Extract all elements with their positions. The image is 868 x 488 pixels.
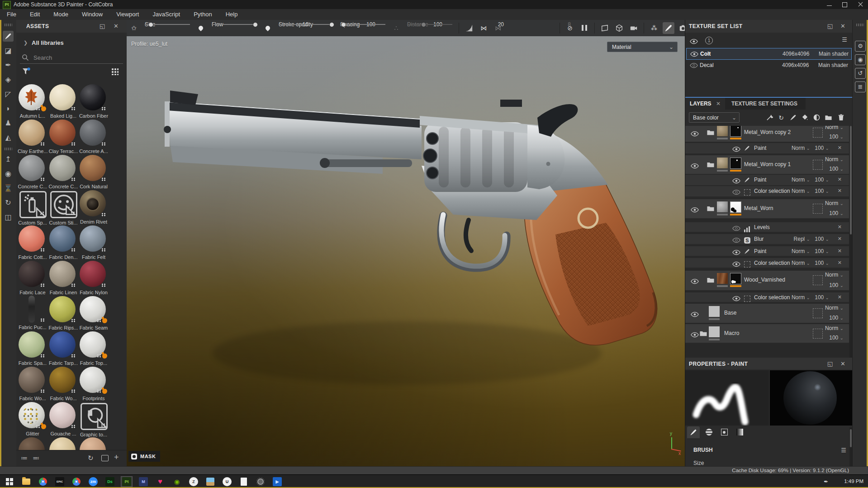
asset-partial[interactable] <box>79 436 109 450</box>
taskbar-icon-zoom[interactable]: zm <box>87 476 99 487</box>
layer-wood-varnished[interactable]: Wood_VarnishedNorm ⌄100 ⌄ <box>685 271 849 291</box>
pen-tray-icon[interactable]: ✒ <box>824 478 828 485</box>
drag-handle[interactable] <box>856 24 864 26</box>
material-picker-tool-button[interactable]: ◭ <box>3 132 14 143</box>
lazy-mouse-icon[interactable]: ∴ <box>390 22 402 34</box>
asset-cork-natural[interactable]: Cork Natural <box>79 154 109 189</box>
symmetry-settings-icon[interactable]: ⋈ <box>492 22 504 34</box>
close-button[interactable] <box>853 0 868 9</box>
layer-thumbnail[interactable] <box>717 158 728 168</box>
eye-icon[interactable] <box>691 129 699 138</box>
menu-window[interactable]: Window <box>75 9 109 20</box>
remove-effect-icon[interactable]: ✕ <box>838 294 842 300</box>
eye-icon[interactable] <box>732 248 740 256</box>
menu-viewport[interactable]: Viewport <box>109 9 146 20</box>
asset-fabric-tarp[interactable]: Fabric Tarp... <box>48 330 78 366</box>
taskbar-icon-epic-games[interactable]: EPIC <box>54 476 66 487</box>
view-mode-button[interactable]: ◫ <box>3 212 14 223</box>
geometry-mask-icon[interactable] <box>813 160 823 170</box>
history-icon[interactable]: ↺ <box>855 68 866 79</box>
tab-layers[interactable]: LAYERS ✕ <box>685 98 725 110</box>
remove-effect-icon[interactable]: ✕ <box>838 145 842 151</box>
layer-effect-paint[interactable]: PaintNorm ⌄100 ⌄✕ <box>685 246 849 256</box>
clone-tool-button[interactable]: ♟ <box>3 118 14 129</box>
asset-concrete-a[interactable]: Concrete A... <box>79 119 109 154</box>
pause-engine-icon[interactable] <box>579 22 590 34</box>
remove-effect-icon[interactable]: ✕ <box>838 188 842 194</box>
tab-texture-set-settings[interactable]: TEXTURE SET SETTINGS <box>725 98 806 110</box>
taskbar-icon-start[interactable] <box>4 476 15 487</box>
remove-effect-icon[interactable]: ✕ <box>838 260 842 266</box>
texture-set-row-colt[interactable]: Colt 4096x4096 Main shader <box>686 48 852 60</box>
mask-thumbnail[interactable] <box>730 273 741 284</box>
smart-material-icon[interactable] <box>764 113 775 123</box>
layer-effect-blur[interactable]: SBlurRepl ⌄100 ⌄✕ <box>685 234 849 244</box>
paint-tool-button[interactable] <box>3 31 14 42</box>
asset-partial[interactable] <box>48 436 78 450</box>
tab-brush[interactable] <box>687 426 700 438</box>
eye-icon[interactable] <box>732 260 740 268</box>
layer-effect-paint[interactable]: PaintNorm ⌄100 ⌄✕ <box>685 175 849 186</box>
add-smart-layer-icon[interactable]: ↻ <box>776 113 787 123</box>
asset-fabric-top[interactable]: Fabric Top... <box>79 330 109 366</box>
layer-thumbnail[interactable] <box>709 306 720 317</box>
asset-fabric-wo[interactable]: Fabric Wo... <box>48 366 78 401</box>
geometry-mask-icon[interactable] <box>813 329 823 339</box>
asset-fabric-cott[interactable]: Fabric Cott... <box>18 225 47 260</box>
section-options-icon[interactable]: ☰ <box>841 447 846 454</box>
taskbar-icon-movies[interactable]: ▶ <box>271 476 283 487</box>
float-panel-icon[interactable]: ◱ <box>827 23 833 29</box>
eye-icon[interactable] <box>690 51 698 57</box>
grid-view-icon[interactable] <box>111 68 119 75</box>
asset-partial[interactable] <box>18 436 47 450</box>
layer-effect-color-selection[interactable]: Color selectionNorm ⌄100 ⌄✕ <box>685 186 849 197</box>
list-view-icon[interactable]: ≔ <box>21 454 28 462</box>
taskbar-icon-zbrush[interactable]: Z <box>188 476 199 487</box>
export-button[interactable]: ↥ <box>3 154 14 165</box>
eraser-tool-button[interactable]: ◪ <box>3 45 14 56</box>
menu-file[interactable]: File <box>0 9 23 20</box>
remove-effect-icon[interactable]: ✕ <box>838 248 842 254</box>
polygon-fill-tool-button[interactable]: ◈ <box>3 74 14 85</box>
shader-settings-icon[interactable]: ◉ <box>855 54 866 65</box>
taskbar-icon-modeler[interactable]: M <box>138 476 149 487</box>
asset-fabric-seam[interactable]: Fabric Seam <box>79 295 109 330</box>
maximize-button[interactable] <box>837 0 853 9</box>
delete-layer-icon[interactable] <box>835 113 846 123</box>
taskbar-icon-obs[interactable] <box>255 476 266 487</box>
asset-glitter[interactable]: Glitter <box>18 401 47 436</box>
drag-handle[interactable] <box>4 148 12 150</box>
asset-fabric-nylon[interactable]: Fabric Nylon <box>79 260 109 295</box>
import-resources-icon[interactable] <box>101 455 109 461</box>
layer-thumbnail[interactable] <box>717 201 728 212</box>
asset-clay-terrac[interactable]: Clay Terrac... <box>48 119 78 154</box>
eye-icon[interactable] <box>732 236 740 244</box>
slider-spacing[interactable]: Spacing20 <box>340 21 385 35</box>
add-paint-layer-icon[interactable] <box>787 113 798 123</box>
solo-view-icon[interactable]: 1 <box>705 37 713 44</box>
mask-thumbnail[interactable] <box>730 126 741 137</box>
projection-tool-button[interactable]: ✒ <box>3 60 14 71</box>
add-group-icon[interactable] <box>823 113 834 123</box>
asset-gouache[interactable]: Gouache ... <box>48 401 78 436</box>
geometry-mask-icon[interactable] <box>813 308 823 318</box>
particle-brush-icon[interactable]: ⁂ <box>648 22 660 34</box>
asset-concrete-c[interactable]: Concrete C... <box>18 154 47 189</box>
brush-section-header[interactable]: BRUSH ☰ <box>685 445 853 456</box>
layer-thumbnail[interactable] <box>717 126 728 136</box>
layer-macro[interactable]: MacroNorm ⌄100 ⌄ <box>685 324 849 343</box>
eye-icon[interactable] <box>732 188 740 196</box>
remove-effect-icon[interactable]: ✕ <box>838 224 842 230</box>
asset-baked-lig[interactable]: Baked Lig... <box>48 83 78 119</box>
asset-autumn-l[interactable]: Autumn L... <box>18 83 47 119</box>
eye-icon[interactable] <box>690 62 698 68</box>
menu-python[interactable]: Python <box>187 9 218 20</box>
asset-fabric-felt[interactable]: Fabric Felt <box>79 225 109 260</box>
remove-effect-icon[interactable]: ✕ <box>838 236 842 242</box>
menu-javascript[interactable]: JavaScript <box>146 9 187 20</box>
asset-fabric-rips[interactable]: Fabric Rips... <box>48 295 78 330</box>
taskbar-icon-notepad[interactable] <box>238 476 250 487</box>
drag-handle[interactable] <box>4 24 12 26</box>
layer-thumbnail[interactable] <box>717 273 728 284</box>
search-input[interactable]: Search <box>20 53 123 64</box>
